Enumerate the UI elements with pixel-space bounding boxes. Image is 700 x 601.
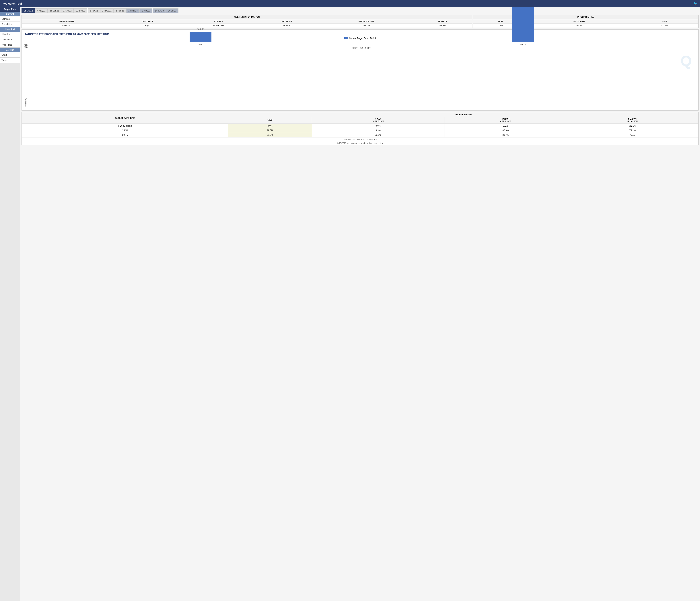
col-contract: CONTRACT [112, 19, 183, 24]
chart-title: TARGET RATE PROBABILITIES FOR 16 MAR 202… [25, 32, 696, 35]
prob-table-container: TARGET RATE (BPS) PROBABILITY(%) NOW * 1… [22, 112, 699, 145]
cell-1day-0-25: 0.0% [312, 124, 445, 128]
cell-1day-50-75: 93.8% [312, 133, 445, 137]
x-axis-labels: 25-50 50-75 [28, 42, 696, 46]
tab-15mar23[interactable]: 15 Mar23 [126, 8, 140, 13]
cell-1month-25-50: 74.1% [567, 128, 698, 133]
col-now: NOW * [228, 117, 312, 124]
cell-1week-50-75: 33.7% [444, 133, 567, 137]
tab-21sep22[interactable]: 21 Sep22 [74, 8, 87, 13]
col-hike: HIKE [630, 19, 698, 24]
sidebar-item-downloads[interactable]: Downloads [0, 37, 20, 42]
tab-14dec22[interactable]: 14 Dec22 [100, 8, 114, 13]
bar-label-25-50: 18.8 % [197, 28, 204, 31]
meeting-info-panel: MEETING INFORMATION MEETING DATE CONTRAC… [22, 15, 472, 28]
sidebar-item-chart[interactable]: Chart [0, 52, 20, 58]
info-panels: MEETING INFORMATION MEETING DATE CONTRAC… [22, 15, 699, 28]
col-mid-price: MID PRICE [254, 19, 320, 24]
cell-no-change: 0.0 % [528, 24, 630, 28]
sidebar-section-historical: Historical [0, 27, 20, 32]
tab-1feb23[interactable]: 1 Feb23 [114, 8, 126, 13]
x-label-50-75: 50-75 [520, 43, 526, 46]
chart-area: Probability 100 % 80 % [25, 42, 696, 107]
footnote: * Data as of 11 Feb 2022 06:59:41 CT [22, 137, 698, 141]
col-prior-volume: PRIOR VOLUME [320, 19, 413, 24]
table-row-0-25: 0-25 (Current) 0.0% 0.0% 0.0% 21.1% [22, 124, 698, 128]
col-1day: 1 DAY10 FEB 2022 [312, 117, 445, 124]
col-1week: 1 WEEK4 FEB 2022 [444, 117, 567, 124]
probabilities-panel: PROBABILITIES EASE NO CHANGE HIKE 0.0 % … [473, 15, 699, 28]
sidebar-item-compare[interactable]: Compare [0, 17, 20, 22]
cell-rate-50-75: 50-75 [22, 133, 228, 137]
tab-26jul23[interactable]: 26 Jul23 [166, 8, 178, 13]
main-layout: Target Rate Current Compare Probabilitie… [0, 7, 700, 601]
legend-icon [344, 37, 348, 40]
col-no-change: NO CHANGE [528, 19, 630, 24]
cell-1week-0-25: 0.0% [444, 124, 567, 128]
table-row-25-50: 25-50 18.8% 6.3% 66.3% 74.1% [22, 128, 698, 133]
probabilities-header: PROBABILITIES [473, 15, 698, 19]
table-row-50-75: 50-75 81.2% 93.8% 33.7% 4.8% [22, 133, 698, 137]
content-area: 16 Mar22 4 May22 15 Jun22 27 Jul22 21 Se… [20, 7, 700, 601]
x-axis-title: Target Rate (in bps) [28, 47, 696, 49]
tab-bar: 16 Mar22 4 May22 15 Jun22 27 Jul22 21 Se… [22, 8, 699, 13]
cell-1month-0-25: 21.1% [567, 124, 698, 128]
sidebar-item-probabilities[interactable]: Probabilities [0, 22, 20, 27]
tab-2nov22[interactable]: 2 Nov22 [88, 8, 100, 13]
meeting-info-table: MEETING DATE CONTRACT EXPIRES MID PRICE … [22, 19, 472, 28]
chart-legend: Current Target Rate of 0-25 [25, 37, 696, 40]
chart-inner: 100 % 80 % 60 % 40 % [28, 42, 696, 42]
footer-note: 3/15/2023 and forward are projected meet… [22, 141, 698, 145]
tab-27jul22[interactable]: 27 Jul22 [61, 8, 73, 13]
cell-1day-25-50: 6.3% [312, 128, 445, 133]
bar-group-50-75: 81.2 % [512, 7, 534, 42]
sidebar: Target Rate Current Compare Probabilitie… [0, 7, 20, 601]
col-prior-oi: PRIOR OI [413, 19, 472, 24]
bar-group-25-50: 18.8 % [190, 32, 211, 42]
tab-15jun22[interactable]: 15 Jun22 [48, 8, 61, 13]
sidebar-section-dotplot: Dot Plot [0, 48, 20, 52]
grid-0: 0 % [28, 42, 696, 42]
app-header: FedWatch Tool 🐦 [0, 0, 700, 7]
bar-25-50: 18.8 % [190, 32, 211, 42]
cell-mid-price: 99.6625 [254, 24, 320, 28]
sidebar-section-current: Current [0, 12, 20, 17]
cell-prior-volume: 166,106 [320, 24, 413, 28]
probabilities-row: 0.0 % 0.0 % 100.0 % [473, 24, 698, 28]
prob-table: TARGET RATE (BPS) PROBABILITY(%) NOW * 1… [22, 112, 698, 137]
chart-container: TARGET RATE PROBABILITIES FOR 16 MAR 202… [22, 29, 699, 111]
col-1month: 1 MONTH11 JAN 2022 [567, 117, 698, 124]
cell-now-25-50: 18.8% [228, 128, 312, 133]
cell-now-0-25: 0.0% [228, 124, 312, 128]
watermark: Q [680, 53, 692, 70]
cell-rate-25-50: 25-50 [22, 128, 228, 133]
bar-50-75: 81.2 % [512, 7, 534, 42]
probabilities-table: EASE NO CHANGE HIKE 0.0 % 0.0 % 100.0 % [473, 19, 698, 28]
twitter-icon[interactable]: 🐦 [694, 1, 697, 5]
cell-now-50-75: 81.2% [228, 133, 312, 137]
cell-expires: 31 Mar 2022 [183, 24, 254, 28]
cell-prior-oi: 115,964 [413, 24, 472, 28]
y-axis-label: Probability [25, 42, 27, 107]
col-target-rate: TARGET RATE (BPS) [22, 112, 228, 124]
app-title: FedWatch Tool [3, 2, 22, 5]
cell-hike: 100.0 % [630, 24, 698, 28]
tab-14jun23[interactable]: 14 Jun23 [153, 8, 166, 13]
meeting-info-header: MEETING INFORMATION [22, 15, 472, 19]
cell-meeting-date: 16 Mar 2022 [22, 24, 112, 28]
chart-plot: 100 % 80 % 60 % 40 % [28, 42, 696, 107]
cell-rate-0-25: 0-25 (Current) [22, 124, 228, 128]
tab-16mar22[interactable]: 16 Mar22 [22, 8, 35, 13]
tab-3may23[interactable]: 3 May23 [140, 8, 152, 13]
cell-1month-50-75: 4.8% [567, 133, 698, 137]
cell-1week-25-50: 66.3% [444, 128, 567, 133]
sidebar-item-historical[interactable]: Historical [0, 32, 20, 37]
cell-contract: ZQH2 [112, 24, 183, 28]
legend-label: Current Target Rate of 0-25 [349, 37, 376, 40]
tab-4may22[interactable]: 4 May22 [35, 8, 48, 13]
x-label-25-50: 25-50 [197, 43, 203, 46]
col-expires: EXPIRES [183, 19, 254, 24]
sidebar-target-rate[interactable]: Target Rate [0, 7, 20, 12]
sidebar-item-table[interactable]: Table [0, 58, 20, 63]
sidebar-item-prior-hikes[interactable]: Prior Hikes [0, 42, 20, 48]
